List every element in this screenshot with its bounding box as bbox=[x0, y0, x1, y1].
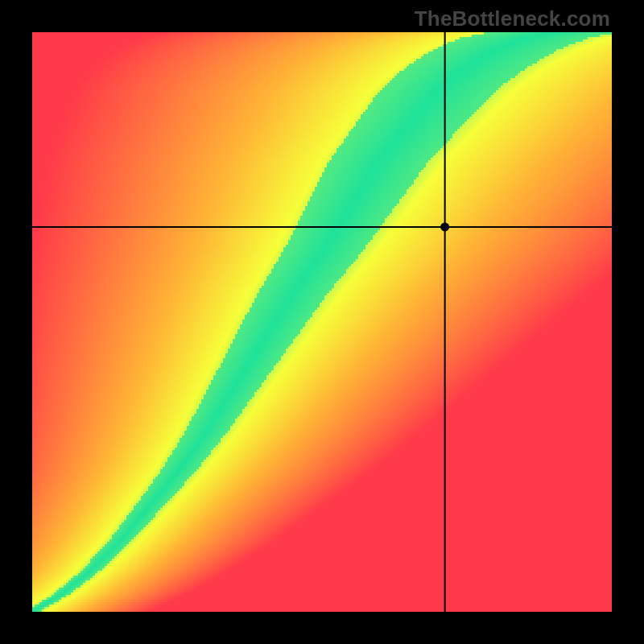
crosshair-overlay bbox=[32, 32, 612, 612]
chart-frame: TheBottleneck.com bbox=[0, 0, 644, 644]
watermark-text: TheBottleneck.com bbox=[415, 6, 610, 31]
heatmap-plot bbox=[32, 32, 612, 612]
